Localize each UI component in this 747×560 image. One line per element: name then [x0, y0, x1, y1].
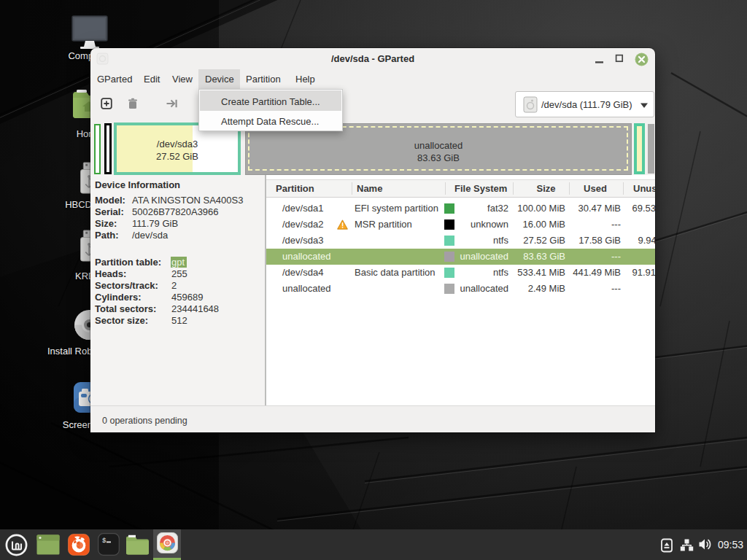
- svg-text:$: $: [102, 537, 107, 545]
